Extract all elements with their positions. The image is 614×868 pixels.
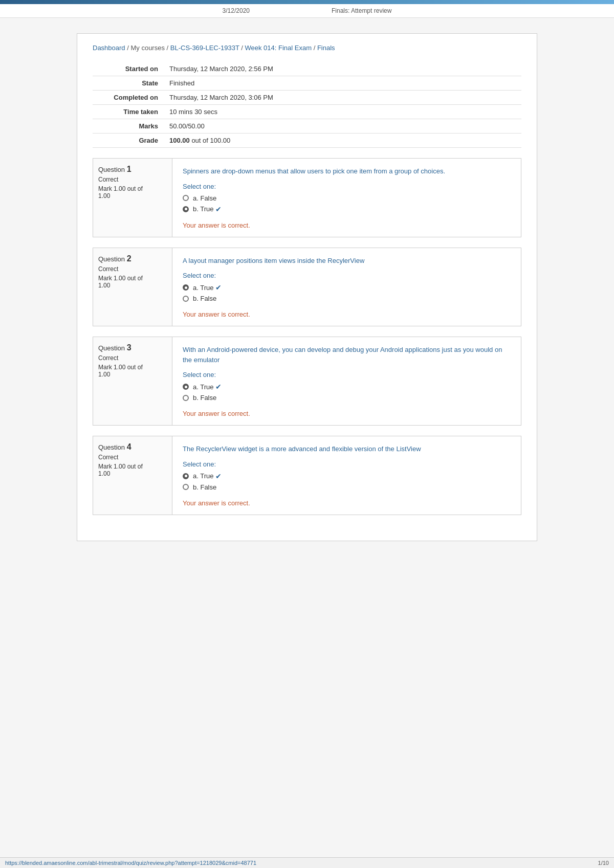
- completed-label: Completed on: [93, 91, 164, 105]
- question-sidebar-4: Question 4 Correct Mark 1.00 out of1.00: [93, 436, 172, 515]
- breadcrumb-sep3: /: [314, 44, 317, 52]
- page-title: Finals: Attempt review: [332, 7, 391, 14]
- check-mark-4-1: ✔: [215, 472, 222, 480]
- completed-value: Thursday, 12 March 2020, 3:06 PM: [164, 91, 521, 105]
- question-sidebar-1: Question 1 Correct Mark 1.00 out of1.00: [93, 159, 172, 237]
- option-4-1: a. True ✔: [183, 472, 511, 480]
- question-content-4: The RecyclerView widget is a more advanc…: [172, 436, 521, 515]
- option-3-1: a. True ✔: [183, 383, 511, 391]
- feedback-4: Your answer is correct.: [183, 499, 511, 507]
- radio-3-2: [183, 395, 189, 401]
- summary-table: Started on Thursday, 12 March 2020, 2:56…: [93, 62, 521, 148]
- option-label-4-1: a. True: [193, 472, 213, 480]
- radio-3-1: [183, 384, 189, 390]
- question-number-3: Question 3: [98, 343, 167, 352]
- option-2-2: b. False: [183, 295, 511, 302]
- marks-label: Marks: [93, 119, 164, 133]
- feedback-3: Your answer is correct.: [183, 410, 511, 417]
- marks-value: 50.00/50.00: [164, 119, 521, 133]
- breadcrumb-finals[interactable]: Finals: [317, 44, 335, 52]
- summary-row-completed: Completed on Thursday, 12 March 2020, 3:…: [93, 91, 521, 105]
- question-sidebar-3: Question 3 Correct Mark 1.00 out of1.00: [93, 337, 172, 425]
- grade-suffix: out of 100.00: [190, 137, 231, 144]
- question-text-2: A layout manager positions item views in…: [183, 256, 511, 266]
- question-block-2: Question 2 Correct Mark 1.00 out of1.00 …: [93, 248, 521, 327]
- option-label-1-1: a. False: [193, 194, 216, 202]
- summary-row-state: State Finished: [93, 76, 521, 91]
- breadcrumb: Dashboard / My courses / BL-CS-369-LEC-1…: [93, 44, 521, 52]
- breadcrumb-week[interactable]: Week 014: Final Exam: [245, 44, 312, 52]
- breadcrumb-sep1: / My courses /: [127, 44, 170, 52]
- option-label-3-1: a. True: [193, 383, 213, 391]
- question-content-3: With an Android-powered device, you can …: [172, 337, 521, 425]
- radio-1-2: [183, 206, 189, 212]
- breadcrumb-sep2: /: [241, 44, 245, 52]
- grade-label: Grade: [93, 133, 164, 148]
- summary-row-time: Time taken 10 mins 30 secs: [93, 105, 521, 119]
- option-4-2: b. False: [183, 483, 511, 491]
- question-content-2: A layout manager positions item views in…: [172, 248, 521, 326]
- question-content-1: Spinners are drop-down menus that allow …: [172, 159, 521, 237]
- question-mark-1: Mark 1.00 out of1.00: [98, 185, 167, 199]
- check-mark-2-1: ✔: [215, 283, 222, 292]
- option-2-1: a. True ✔: [183, 283, 511, 292]
- question-mark-3: Mark 1.00 out of1.00: [98, 364, 167, 378]
- option-1-2: b. True ✔: [183, 205, 511, 213]
- question-number-4: Question 4: [98, 442, 167, 452]
- question-status-3: Correct: [98, 354, 167, 362]
- options-list-3: a. True ✔b. False: [183, 383, 511, 402]
- page-date: 3/12/2020: [223, 7, 250, 14]
- question-number-1: Question 1: [98, 165, 167, 174]
- started-label: Started on: [93, 62, 164, 76]
- question-text-1: Spinners are drop-down menus that allow …: [183, 166, 511, 176]
- question-block-4: Question 4 Correct Mark 1.00 out of1.00 …: [93, 436, 521, 515]
- check-mark-1-2: ✔: [215, 205, 222, 213]
- state-label: State: [93, 76, 164, 91]
- question-sidebar-2: Question 2 Correct Mark 1.00 out of1.00: [93, 248, 172, 326]
- summary-row-started: Started on Thursday, 12 March 2020, 2:56…: [93, 62, 521, 76]
- radio-1-1: [183, 195, 189, 201]
- summary-row-marks: Marks 50.00/50.00: [93, 119, 521, 133]
- question-status-4: Correct: [98, 454, 167, 461]
- summary-row-grade: Grade 100.00 out of 100.00: [93, 133, 521, 148]
- state-value: Finished: [164, 76, 521, 91]
- select-one-label-3: Select one:: [183, 371, 511, 379]
- option-label-2-2: b. False: [193, 295, 216, 302]
- grade-number: 100.00: [169, 137, 190, 144]
- main-container: Dashboard / My courses / BL-CS-369-LEC-1…: [77, 33, 537, 541]
- question-block-3: Question 3 Correct Mark 1.00 out of1.00 …: [93, 337, 521, 426]
- questions-container: Question 1 Correct Mark 1.00 out of1.00 …: [93, 158, 521, 515]
- started-value: Thursday, 12 March 2020, 2:56 PM: [164, 62, 521, 76]
- question-status-2: Correct: [98, 265, 167, 273]
- radio-2-1: [183, 284, 189, 291]
- radio-2-2: [183, 296, 189, 302]
- select-one-label-4: Select one:: [183, 460, 511, 468]
- select-one-label-1: Select one:: [183, 183, 511, 190]
- option-label-4-2: b. False: [193, 483, 216, 491]
- question-text-4: The RecyclerView widget is a more advanc…: [183, 444, 511, 454]
- option-label-2-1: a. True: [193, 284, 213, 292]
- question-text-3: With an Android-powered device, you can …: [183, 345, 511, 365]
- top-bar: [0, 0, 614, 4]
- option-1-1: a. False: [183, 194, 511, 202]
- check-mark-3-1: ✔: [215, 383, 222, 391]
- options-list-1: a. Falseb. True ✔: [183, 194, 511, 213]
- page-header: 3/12/2020 Finals: Attempt review: [0, 4, 614, 18]
- option-label-3-2: b. False: [193, 394, 216, 402]
- radio-4-1: [183, 473, 189, 479]
- feedback-1: Your answer is correct.: [183, 221, 511, 229]
- question-status-1: Correct: [98, 176, 167, 183]
- question-mark-2: Mark 1.00 out of1.00: [98, 275, 167, 289]
- breadcrumb-course[interactable]: BL-CS-369-LEC-1933T: [170, 44, 239, 52]
- question-number-2: Question 2: [98, 254, 167, 263]
- grade-value: 100.00 out of 100.00: [164, 133, 521, 148]
- breadcrumb-dashboard[interactable]: Dashboard: [93, 44, 125, 52]
- options-list-2: a. True ✔b. False: [183, 283, 511, 302]
- time-label: Time taken: [93, 105, 164, 119]
- option-label-1-2: b. True: [193, 205, 213, 213]
- options-list-4: a. True ✔b. False: [183, 472, 511, 491]
- select-one-label-2: Select one:: [183, 272, 511, 279]
- option-3-2: b. False: [183, 394, 511, 402]
- question-block-1: Question 1 Correct Mark 1.00 out of1.00 …: [93, 158, 521, 237]
- time-value: 10 mins 30 secs: [164, 105, 521, 119]
